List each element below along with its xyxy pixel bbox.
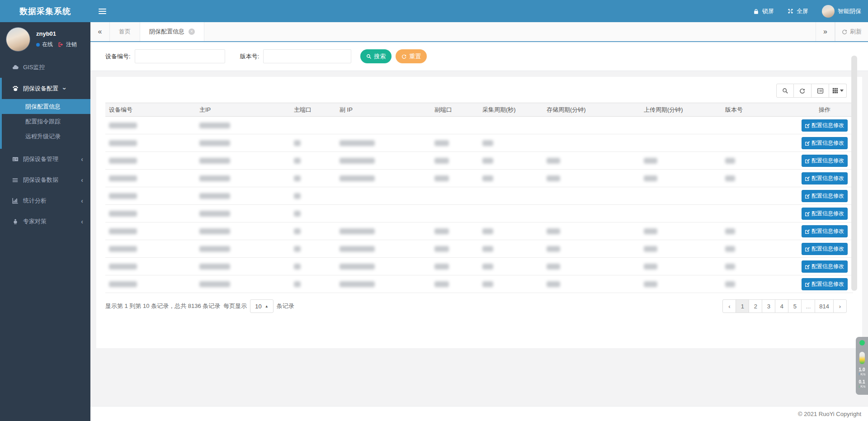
sidebar-item-device-config[interactable]: 阴保设备配置 ‹ [2, 78, 90, 99]
redacted-cell-data [294, 193, 301, 199]
redacted-cell-data [725, 281, 735, 287]
online-status-label: 在线 [42, 41, 53, 48]
refresh-tab-button[interactable]: 刷新 [835, 22, 868, 41]
config-edit-button[interactable]: 配置信息修改 [802, 208, 848, 220]
menu-toggle-icon[interactable] [90, 0, 114, 22]
refresh-icon [842, 29, 848, 35]
config-edit-button[interactable]: 配置信息修改 [802, 260, 848, 273]
toolbar-search-button[interactable] [776, 84, 794, 98]
fullscreen-icon [788, 8, 793, 14]
online-status-dot [36, 43, 40, 47]
config-edit-button[interactable]: 配置信息修改 [802, 155, 848, 167]
redacted-cell-data [109, 140, 137, 146]
arrow-up-icon: ↑ [859, 372, 860, 376]
refresh-label: 刷新 [850, 28, 862, 36]
config-edit-button[interactable]: 配置信息修改 [802, 137, 848, 149]
redacted-cell-data [725, 264, 735, 270]
lock-screen-button[interactable]: 锁屏 [746, 0, 781, 22]
content-area: 设备编号: 版本号: 搜索 重置 [90, 42, 868, 406]
config-edit-button[interactable]: 配置信息修改 [802, 190, 848, 202]
edit-icon [805, 211, 810, 216]
page-button-4[interactable]: 4 [775, 299, 788, 313]
config-edit-button[interactable]: 配置信息修改 [802, 278, 848, 290]
redacted-cell-data [434, 228, 449, 234]
page-button-814[interactable]: 814 [815, 299, 834, 313]
col-header-version: 版本号 [722, 103, 796, 117]
prev-page-button[interactable]: ‹ [722, 299, 736, 313]
redacted-cell-data [547, 264, 560, 270]
per-page-label: 每页显示 [223, 302, 247, 310]
col-header-collect-cycle: 采集周期(秒) [479, 103, 543, 117]
redacted-cell-data [199, 246, 230, 252]
config-edit-button[interactable]: 配置信息修改 [802, 172, 848, 184]
redacted-cell-data [644, 158, 657, 164]
next-page-button[interactable]: › [833, 299, 847, 313]
redacted-cell-data [547, 281, 560, 287]
toolbar-refresh-button[interactable] [794, 84, 811, 98]
redacted-cell-data [725, 246, 735, 252]
device-no-input[interactable] [135, 49, 225, 63]
edit-icon [805, 176, 810, 181]
redacted-cell-data [434, 281, 449, 287]
sidebar-subitem-config-info[interactable]: 阴保配置信息 [2, 99, 90, 114]
sidebar-item-device-manage[interactable]: 阴保设备管理 ‹ [0, 149, 90, 170]
sidebar-subitem-command-trace[interactable]: 配置指令跟踪 [2, 114, 90, 129]
page-button-3[interactable]: 3 [762, 299, 775, 313]
redacted-cell-data [199, 228, 230, 234]
logout-link[interactable]: 注销 [66, 41, 77, 48]
table-scrollbar[interactable] [851, 56, 857, 291]
tab-home[interactable]: 首页 [110, 22, 140, 41]
redacted-cell-data [644, 281, 657, 287]
user-avatar[interactable] [6, 27, 30, 52]
close-icon[interactable]: × [189, 28, 195, 35]
redacted-cell-data [199, 123, 230, 128]
user-name: znyb01 [36, 30, 77, 37]
redacted-cell-data [199, 140, 230, 146]
redacted-cell-data [725, 175, 735, 181]
device-no-label: 设备编号: [105, 52, 131, 61]
list-icon [11, 177, 19, 183]
version-input[interactable] [263, 49, 351, 63]
scroll-tabs-right-button[interactable]: » [816, 22, 835, 41]
sidebar-item-expert[interactable]: 专家对策 ‹ [0, 211, 90, 232]
toolbar-columns-button[interactable] [829, 84, 847, 98]
edit-icon [805, 194, 810, 199]
config-edit-button[interactable]: 配置信息修改 [802, 225, 848, 237]
sidebar-subitem-remote-upgrade[interactable]: 远程升级记录 [2, 129, 90, 144]
col-header-sub-port: 副端口 [431, 103, 479, 117]
scroll-tabs-left-button[interactable]: « [90, 22, 110, 41]
search-button[interactable]: 搜索 [360, 49, 392, 63]
toolbar-toggle-view-button[interactable] [811, 84, 829, 98]
config-edit-button[interactable]: 配置信息修改 [802, 119, 848, 132]
sidebar-item-gis-monitor[interactable]: GIS监控 [0, 57, 90, 78]
sidebar-item-device-data[interactable]: 阴保设备数据 ‹ [0, 170, 90, 190]
sidebar-item-statistics[interactable]: 统计分析 ‹ [0, 190, 90, 211]
forward-icon: » [823, 28, 827, 36]
edit-icon [805, 246, 810, 251]
reset-button[interactable]: 重置 [396, 49, 427, 63]
app-title: 数据采集系统 [19, 6, 71, 17]
user-menu[interactable]: 智能阴保 [815, 0, 868, 22]
redacted-cell-data [109, 211, 137, 217]
bar-chart-icon [11, 198, 19, 204]
redacted-cell-data [340, 140, 375, 146]
edit-icon [805, 123, 810, 128]
col-header-main-port: 主端口 [290, 103, 336, 117]
redacted-cell-data [434, 158, 449, 164]
page-size-select[interactable]: 10 ▲ [250, 299, 273, 313]
redacted-cell-data [482, 264, 493, 270]
redacted-cell-data [434, 140, 449, 146]
page-button-2[interactable]: 2 [749, 299, 762, 313]
download-speed-value: 0.1 [859, 380, 865, 384]
config-edit-button[interactable]: 配置信息修改 [802, 243, 848, 255]
table-row: 配置信息修改 [105, 240, 853, 258]
page-button-5[interactable]: 5 [788, 299, 802, 313]
upload-speed-unit: K/s [861, 372, 866, 376]
page-button-1[interactable]: 1 [736, 299, 749, 313]
redacted-cell-data [199, 211, 230, 217]
fullscreen-button[interactable]: 全屏 [781, 0, 815, 22]
redacted-cell-data [294, 140, 301, 146]
tab-config-info[interactable]: 阴保配置信息 × [140, 22, 204, 41]
redacted-cell-data [434, 175, 449, 181]
net-speed-widget[interactable]: 1.0 ↑ K/s 0.1 ↓ K/s [856, 337, 868, 395]
